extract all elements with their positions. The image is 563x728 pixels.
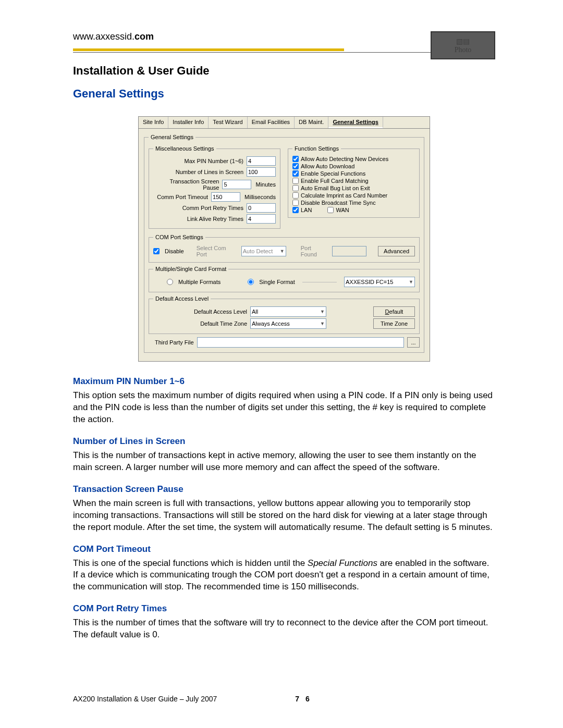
access-level-dropdown[interactable]: All▼ <box>250 306 326 317</box>
general-settings-group: General Settings Miscellaneous Settings … <box>144 134 424 353</box>
chevron-down-icon: ▼ <box>407 279 413 285</box>
wan-label: WAN <box>336 207 349 213</box>
multiple-formats-radio[interactable] <box>167 279 173 285</box>
subsection-body: When the main screen is full with transa… <box>73 498 495 534</box>
retry-input[interactable] <box>247 203 276 213</box>
general-settings-legend: General Settings <box>149 134 195 140</box>
pause-label: Transaction Screen Pause <box>153 178 219 191</box>
third-party-file-input[interactable] <box>197 337 404 348</box>
page-footer: AX200 Installation & User Guide – July 2… <box>73 695 495 703</box>
default-access-level-group: Default Access Level Default Access Leve… <box>149 295 420 334</box>
misc-settings-group: Miscellaneous Settings Max PIN Number (1… <box>149 145 280 229</box>
advanced-button[interactable]: Advanced <box>378 246 415 256</box>
max-pin-input[interactable] <box>247 156 276 166</box>
time-zone-label: Default Time Zone <box>153 320 247 327</box>
port-found-field <box>332 246 366 256</box>
select-com-port-label: Select Com Port <box>197 245 238 257</box>
auto-email-checkbox[interactable] <box>292 185 299 191</box>
browse-file-button[interactable]: ... <box>407 337 420 348</box>
subsection-body: This is one of the special functions whi… <box>73 558 495 594</box>
camera-icon: ▧▤ <box>456 37 470 46</box>
divider-line <box>302 282 337 282</box>
misc-settings-legend: Miscellaneous Settings <box>153 145 216 152</box>
single-format-label: Single Format <box>259 279 295 285</box>
timeout-label: Comm Port Timeout <box>153 194 208 200</box>
wan-checkbox[interactable] <box>327 207 334 213</box>
imprint-label: Calculate Imprint as Card Number <box>301 192 387 199</box>
multiple-formats-label: Multiple Formats <box>178 279 221 285</box>
card-format-legend: Multiple/Single Card Format <box>153 266 228 272</box>
photo-logo-text: Photo <box>455 46 472 54</box>
chevron-down-icon: ▼ <box>318 309 325 314</box>
chevron-down-icon: ▼ <box>318 321 325 326</box>
auto-download-label: Allow Auto Download <box>301 163 354 169</box>
broadcast-label: Disable Broadcast Time Sync <box>301 200 376 206</box>
subsection-body: This is the number of times that the sof… <box>73 617 495 641</box>
format-dropdown[interactable]: AXXESSID FC=15▼ <box>344 277 415 287</box>
tab-email-facilities[interactable]: Email Facilities <box>248 117 295 128</box>
timeout-input[interactable] <box>211 192 240 202</box>
card-format-group: Multiple/Single Card Format Multiple For… <box>149 266 420 292</box>
imprint-checkbox[interactable] <box>292 192 299 199</box>
special-functions-label: Enable Special Functions <box>301 170 365 177</box>
subsection-title: Number of Lines in Screen <box>73 436 495 447</box>
header-url-prefix: www.axxessid. <box>73 31 134 42</box>
third-party-file-label: Third Party File <box>155 339 194 346</box>
alive-input[interactable] <box>247 214 276 224</box>
pause-input[interactable] <box>222 180 251 189</box>
com-port-settings-group: COM Port Settings Disable Select Com Por… <box>149 234 420 263</box>
access-level-label: Default Access Level <box>153 309 247 315</box>
full-card-label: Enable Full Card Matching <box>301 178 369 184</box>
auto-detect-label: Allow Auto Detecting New Devices <box>301 156 388 162</box>
time-zone-button[interactable]: Time Zone <box>373 318 415 329</box>
pause-unit: Minutes <box>255 181 276 188</box>
auto-detect-checkbox[interactable] <box>292 156 299 162</box>
lan-label: LAN <box>301 207 312 213</box>
lan-checkbox[interactable] <box>292 207 299 213</box>
single-format-radio[interactable] <box>248 279 254 285</box>
subsection-body: This option sets the maximum number of d… <box>73 390 495 426</box>
subsection-title: Transaction Screen Pause <box>73 484 495 495</box>
special-functions-checkbox[interactable] <box>292 170 299 177</box>
tab-db-maint[interactable]: DB Maint. <box>295 117 328 128</box>
alive-label: Link Alive Retry Times <box>153 216 243 222</box>
subsection-title: COM Port Timeout <box>73 544 495 554</box>
default-button[interactable]: Default <box>373 306 415 317</box>
lines-label: Number of Lines in Screen <box>153 169 243 175</box>
broadcast-checkbox[interactable] <box>292 200 299 206</box>
function-settings-group: Function Settings Allow Auto Detecting N… <box>288 145 420 218</box>
time-zone-dropdown[interactable]: Always Access▼ <box>250 318 326 329</box>
auto-download-checkbox[interactable] <box>292 163 299 169</box>
chevron-down-icon: ▼ <box>278 249 285 254</box>
subsection-title: Maximum PIN Number 1~6 <box>73 376 495 387</box>
timeout-unit: Milliseconds <box>244 194 276 200</box>
tab-bar: Site Info Installer Info Test Wizard Ema… <box>139 117 430 129</box>
tab-general-settings[interactable]: General Settings <box>328 117 383 128</box>
tab-installer-info[interactable]: Installer Info <box>168 117 209 128</box>
auto-email-label: Auto Email Bug List on Exit <box>301 185 370 191</box>
max-pin-label: Max PIN Number (1~6) <box>153 158 243 164</box>
header-url-bold: com <box>134 31 154 42</box>
port-found-label: Port Found <box>301 245 329 257</box>
document-title: Installation & User Guide <box>73 64 495 78</box>
page-number: 7 6 <box>295 695 311 703</box>
subsection-title: COM Port Retry Times <box>73 603 495 614</box>
select-com-port-dropdown[interactable]: Auto Detect▼ <box>241 246 286 256</box>
default-access-level-legend: Default Access Level <box>153 295 211 302</box>
disable-com-label: Disable <box>165 248 184 254</box>
function-settings-legend: Function Settings <box>292 145 341 152</box>
com-port-settings-legend: COM Port Settings <box>153 234 205 240</box>
photo-logo: ▧▤ Photo <box>431 31 495 59</box>
footer-left: AX200 Installation & User Guide – July 2… <box>73 695 217 703</box>
tab-test-wizard[interactable]: Test Wizard <box>209 117 247 128</box>
retry-label: Comm Port Retry Times <box>153 205 243 211</box>
disable-com-checkbox[interactable] <box>153 248 160 254</box>
general-settings-dialog: Site Info Installer Info Test Wizard Ema… <box>138 116 430 362</box>
lines-input[interactable] <box>247 167 276 177</box>
subsection-body: This is the number of transactions kept … <box>73 450 495 474</box>
full-card-checkbox[interactable] <box>292 178 299 184</box>
gold-divider <box>73 48 344 51</box>
section-title: General Settings <box>73 87 495 101</box>
tab-site-info[interactable]: Site Info <box>139 117 168 128</box>
